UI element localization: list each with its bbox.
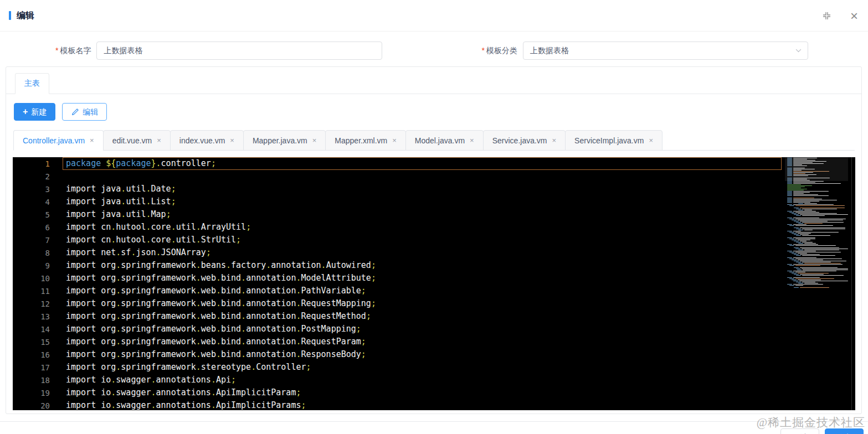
file-tab-label: Model.java.vm bbox=[415, 136, 465, 145]
code-line: 12import org.springframework.web.bind.an… bbox=[13, 297, 855, 310]
line-number: 6 bbox=[13, 223, 63, 232]
template-form: *模板名字 *模板分类 上数据表格 bbox=[0, 32, 868, 60]
template-name-input[interactable] bbox=[104, 46, 374, 55]
code-line: 11import org.springframework.web.bind.an… bbox=[13, 285, 855, 297]
code-line: 16import org.springframework.web.bind.an… bbox=[13, 348, 855, 361]
watermark: @稀土掘金技术社区 bbox=[757, 415, 865, 430]
file-tabs-bar: Controller.java.vm×edit.vue.vm×index.vue… bbox=[13, 130, 855, 151]
tab-main-table[interactable]: 主表 bbox=[15, 73, 49, 94]
line-number: 8 bbox=[13, 249, 63, 257]
line-number: 16 bbox=[13, 350, 63, 359]
code-line: 17import org.springframework.stereotype.… bbox=[13, 361, 855, 374]
name-label: *模板名字 bbox=[55, 46, 91, 56]
line-content: import org.springframework.web.bind.anno… bbox=[63, 348, 782, 361]
pencil-icon bbox=[71, 108, 79, 116]
line-content: import org.springframework.web.bind.anno… bbox=[63, 285, 782, 297]
line-number: 11 bbox=[13, 287, 63, 296]
code-line: 13import org.springframework.web.bind.an… bbox=[13, 310, 855, 323]
title-accent-bar bbox=[9, 11, 11, 20]
new-button[interactable]: + 新建 bbox=[14, 103, 55, 121]
line-number: 20 bbox=[13, 401, 63, 410]
line-number: 4 bbox=[13, 198, 63, 206]
file-tab[interactable]: Mapper.xml.vm× bbox=[325, 130, 406, 151]
code-line: 6import cn.hutool.core.util.ArrayUtil; bbox=[13, 221, 855, 234]
line-number: 7 bbox=[13, 236, 63, 245]
file-tab[interactable]: Model.java.vm× bbox=[405, 130, 484, 151]
toolbar: + 新建 编辑 bbox=[6, 94, 861, 121]
file-tab[interactable]: Service.java.vm× bbox=[483, 130, 566, 151]
line-number: 9 bbox=[13, 261, 63, 270]
line-content: import io.swagger.annotations.ApiImplici… bbox=[63, 399, 782, 410]
file-tab-label: Mapper.xml.vm bbox=[335, 136, 387, 145]
minimap-slider[interactable] bbox=[785, 158, 848, 181]
tab-close-icon[interactable]: × bbox=[90, 137, 94, 144]
name-field-wrap bbox=[96, 42, 382, 60]
code-line: 4import java.util.List; bbox=[13, 195, 855, 208]
tab-close-icon[interactable]: × bbox=[392, 137, 397, 144]
footer-divider bbox=[0, 421, 868, 422]
required-mark: * bbox=[482, 46, 485, 55]
code-line: 3import java.util.Date; bbox=[13, 183, 855, 195]
line-content bbox=[63, 170, 782, 183]
confirm-button[interactable]: 确定 bbox=[825, 428, 864, 434]
template-category-select[interactable]: 上数据表格 bbox=[523, 42, 808, 60]
modal-header: 编辑 × bbox=[0, 0, 868, 32]
file-tab[interactable]: index.vue.vm× bbox=[170, 130, 244, 151]
tab-close-icon[interactable]: × bbox=[649, 137, 653, 144]
file-tab-label: index.vue.vm bbox=[179, 136, 225, 145]
minimap[interactable] bbox=[785, 158, 848, 400]
code-line: 1package ${package}.controller; bbox=[13, 157, 855, 170]
code-line: 14import org.springframework.web.bind.an… bbox=[13, 323, 855, 335]
file-tab[interactable]: Mapper.java.vm× bbox=[243, 130, 326, 151]
code-line: 9import org.springframework.beans.factor… bbox=[13, 259, 855, 272]
tab-close-icon[interactable]: × bbox=[470, 137, 474, 144]
line-number: 13 bbox=[13, 312, 63, 321]
cancel-button[interactable]: 取消 bbox=[780, 428, 819, 434]
line-number: 5 bbox=[13, 210, 63, 219]
line-content: import org.springframework.web.bind.anno… bbox=[63, 335, 782, 348]
line-content: import java.util.Map; bbox=[63, 208, 782, 221]
file-tab-label: Controller.java.vm bbox=[23, 136, 85, 145]
line-number: 15 bbox=[13, 338, 63, 347]
close-icon[interactable]: × bbox=[850, 9, 858, 23]
file-tab[interactable]: ServiceImpl.java.vm× bbox=[565, 130, 662, 151]
code-line: 2 bbox=[13, 170, 855, 183]
code-line: 5import java.util.Map; bbox=[13, 208, 855, 221]
required-mark: * bbox=[55, 46, 58, 55]
tab-close-icon[interactable]: × bbox=[157, 137, 161, 144]
line-content: import io.swagger.annotations.Api; bbox=[63, 374, 782, 386]
category-selected-value: 上数据表格 bbox=[530, 46, 569, 56]
line-content: import java.util.List; bbox=[63, 195, 782, 208]
code-line: 10import org.springframework.web.bind.an… bbox=[13, 272, 855, 285]
line-content: import cn.hutool.core.util.ArrayUtil; bbox=[63, 221, 782, 234]
compress-icon[interactable] bbox=[822, 11, 831, 20]
chevron-down-icon bbox=[795, 47, 802, 56]
editor-scrollbar[interactable] bbox=[851, 157, 852, 410]
code-line: 19import io.swagger.annotations.ApiImpli… bbox=[13, 386, 855, 399]
line-content: import cn.hutool.core.util.StrUtil; bbox=[63, 234, 782, 246]
page-title: 编辑 bbox=[17, 10, 34, 22]
tab-close-icon[interactable]: × bbox=[552, 137, 557, 144]
file-tab[interactable]: Controller.java.vm× bbox=[13, 130, 104, 151]
code-lines: 1package ${package}.controller;23import … bbox=[13, 157, 855, 410]
plus-icon: + bbox=[23, 107, 28, 116]
code-line: 20import io.swagger.annotations.ApiImpli… bbox=[13, 399, 855, 410]
line-content: import org.springframework.stereotype.Co… bbox=[63, 361, 782, 374]
line-content: import org.springframework.web.bind.anno… bbox=[63, 272, 782, 285]
line-content: import java.util.Date; bbox=[63, 183, 782, 195]
tab-close-icon[interactable]: × bbox=[230, 137, 234, 144]
code-editor[interactable]: 1package ${package}.controller;23import … bbox=[13, 157, 855, 410]
tab-close-icon[interactable]: × bbox=[312, 137, 317, 144]
line-number: 14 bbox=[13, 325, 63, 334]
line-number: 3 bbox=[13, 185, 63, 194]
line-content: import net.sf.json.JSONArray; bbox=[63, 246, 782, 259]
file-tab-label: Mapper.java.vm bbox=[253, 136, 307, 145]
file-tab-label: Service.java.vm bbox=[492, 136, 547, 145]
line-content: import org.springframework.beans.factory… bbox=[63, 259, 782, 272]
line-number: 12 bbox=[13, 299, 63, 308]
line-number: 19 bbox=[13, 389, 63, 397]
edit-button[interactable]: 编辑 bbox=[62, 103, 107, 121]
code-line: 18import io.swagger.annotations.Api; bbox=[13, 374, 855, 386]
file-tab[interactable]: edit.vue.vm× bbox=[103, 130, 171, 151]
category-label: *模板分类 bbox=[482, 46, 517, 56]
